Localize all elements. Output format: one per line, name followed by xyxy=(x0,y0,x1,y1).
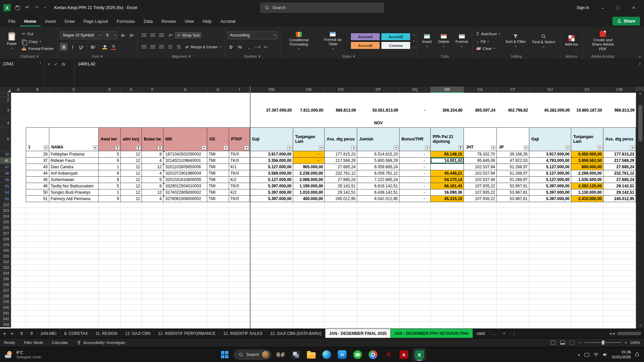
cell[interactable] xyxy=(142,214,163,219)
cell[interactable] xyxy=(26,214,49,219)
file-explorer-button[interactable] xyxy=(305,348,318,361)
cell[interactable] xyxy=(49,119,99,127)
cell[interactable] xyxy=(142,305,163,310)
clock[interactable]: 15:36 31/01/2025 xyxy=(611,350,631,360)
cell[interactable] xyxy=(99,225,121,231)
cell[interactable]: Arif Ardiansyah xyxy=(49,170,99,177)
cell[interactable] xyxy=(26,299,49,305)
cell[interactable] xyxy=(163,236,207,242)
cell[interactable] xyxy=(121,265,142,270)
column-header-CU[interactable]: CU xyxy=(529,86,571,93)
status-ready[interactable]: Ready xyxy=(4,341,15,345)
cell[interactable] xyxy=(293,316,325,322)
cell[interactable] xyxy=(571,265,603,270)
clear-button[interactable]: Clear▾ xyxy=(475,46,501,51)
cell[interactable]: 9 xyxy=(99,158,121,164)
cell[interactable] xyxy=(207,259,229,265)
cell[interactable] xyxy=(11,97,26,102)
addins-button[interactable]: Add-ins xyxy=(562,29,580,53)
cell[interactable] xyxy=(163,242,207,248)
cell[interactable] xyxy=(325,253,357,259)
bold-button[interactable]: B xyxy=(60,43,67,51)
cell[interactable]: 53.967,61 xyxy=(497,189,529,196)
zoom-level[interactable]: 100% xyxy=(630,341,640,345)
column-header-CV[interactable]: CV xyxy=(571,86,603,93)
cell[interactable] xyxy=(163,214,207,219)
cell[interactable] xyxy=(571,219,603,225)
cell[interactable]: NIK xyxy=(163,127,207,151)
cell[interactable] xyxy=(571,202,603,208)
cell[interactable] xyxy=(142,225,163,231)
cell[interactable] xyxy=(163,119,207,127)
cell[interactable] xyxy=(26,119,49,127)
cell[interactable] xyxy=(250,93,293,97)
cell[interactable] xyxy=(250,208,293,214)
cell[interactable]: 245.012,95 xyxy=(325,196,357,202)
cell[interactable] xyxy=(571,248,603,253)
style-chip-comma[interactable]: Comma xyxy=(381,42,411,49)
sheet-tab-12-gaji-cbn-data-baru[interactable]: 12. GAJI CBN (DATA BARU) xyxy=(266,329,325,338)
row-header-236[interactable]: 236 xyxy=(0,282,11,288)
cell[interactable] xyxy=(99,93,121,97)
cell[interactable] xyxy=(293,265,325,270)
column-header-C[interactable]: C xyxy=(49,86,99,93)
cell[interactable] xyxy=(207,253,229,259)
cell[interactable] xyxy=(325,288,357,293)
maximize-button[interactable]: □ xyxy=(611,2,625,13)
cell[interactable] xyxy=(357,93,399,97)
cell[interactable]: 1.010.000,00 xyxy=(293,189,325,196)
cell[interactable] xyxy=(49,225,99,231)
row-header-238[interactable]: 238 xyxy=(0,293,11,299)
column-header-CP[interactable]: CP xyxy=(357,86,399,93)
page-layout-view-button[interactable] xyxy=(560,341,565,345)
cell[interactable] xyxy=(121,231,142,236)
cell[interactable] xyxy=(571,225,603,231)
cell[interactable] xyxy=(11,248,26,253)
zoom-in-button[interactable]: + xyxy=(625,340,627,345)
cell[interactable] xyxy=(325,93,357,97)
cell[interactable] xyxy=(250,316,293,322)
whatsapp-button[interactable]: ☎ xyxy=(351,348,364,361)
menu-tab-view[interactable]: View xyxy=(180,16,198,26)
row-header-239[interactable]: 239 xyxy=(0,299,11,305)
cell[interactable] xyxy=(26,270,49,276)
cell[interactable] xyxy=(399,236,431,242)
filter-button-C[interactable] xyxy=(93,145,98,150)
cell[interactable]: 6.436.142,51 xyxy=(357,189,399,196)
cell[interactable]: 805.597,24 xyxy=(464,102,497,119)
cell[interactable] xyxy=(603,288,636,293)
cell[interactable] xyxy=(229,231,250,236)
cell[interactable]: 53.967,61 xyxy=(497,196,529,202)
cell[interactable] xyxy=(26,236,49,242)
cell[interactable] xyxy=(603,316,636,322)
cell[interactable] xyxy=(293,93,325,97)
menu-tab-acrobat[interactable]: Acrobat xyxy=(216,16,240,26)
cell[interactable] xyxy=(207,214,229,219)
row-header-237[interactable]: 237 xyxy=(0,288,11,293)
cell[interactable] xyxy=(603,219,636,225)
cell[interactable] xyxy=(121,119,142,127)
cell[interactable] xyxy=(293,231,325,236)
cell[interactable] xyxy=(207,293,229,299)
cell[interactable]: 66.161,43 xyxy=(431,183,464,189)
cell[interactable] xyxy=(325,202,357,208)
cell[interactable] xyxy=(464,282,497,288)
cell[interactable] xyxy=(529,248,571,253)
cell[interactable] xyxy=(11,202,26,208)
cell[interactable] xyxy=(49,248,99,253)
sheet-tab-12-insentif-sales[interactable]: 12. INSENTIF SALES xyxy=(220,329,267,338)
cell[interactable] xyxy=(11,208,26,214)
hscroll-left-icon[interactable]: ◀ xyxy=(609,332,611,335)
cell[interactable] xyxy=(207,225,229,231)
cell[interactable] xyxy=(142,236,163,242)
cell[interactable] xyxy=(529,322,571,327)
cell[interactable]: 3.917.000,00 xyxy=(529,151,571,158)
cell[interactable] xyxy=(571,316,603,322)
cell[interactable] xyxy=(207,322,229,327)
cell[interactable] xyxy=(99,219,121,225)
cell[interactable]: - xyxy=(399,177,431,183)
cell[interactable] xyxy=(431,316,464,322)
cell[interactable] xyxy=(325,316,357,322)
cell[interactable] xyxy=(121,322,142,327)
cell[interactable]: 232.761,12 xyxy=(603,170,636,177)
